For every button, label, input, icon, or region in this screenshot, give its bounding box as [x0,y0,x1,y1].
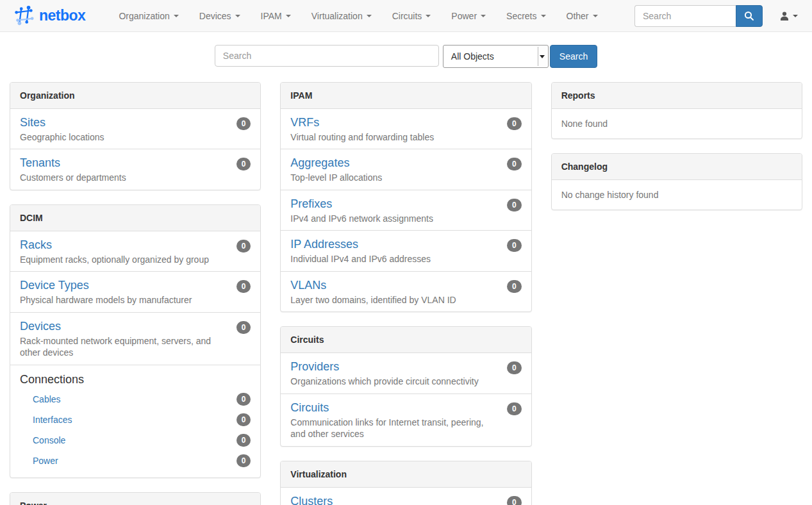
device-types-link[interactable]: Device Types [20,279,89,292]
count-badge: 0 [236,434,251,447]
panel-header: Reports [552,83,802,109]
nav-item-power[interactable]: Power [441,0,496,31]
devices-link[interactable]: Devices [20,320,61,333]
power-connections-link[interactable]: Power [33,456,58,466]
item-description: Physical hardware models by manufacturer [20,294,225,306]
connections-heading: Connections [10,370,260,389]
panel-circuits: Circuits Providers 0 Organizations which… [280,326,531,446]
sites-link[interactable]: Sites [20,116,46,129]
search-icon [744,11,754,21]
item-description: Rack-mounted network equipment, servers,… [20,335,225,359]
clusters-link[interactable]: Clusters [290,495,333,505]
count-badge: 0 [507,496,522,505]
user-icon [779,11,790,21]
list-item-ip-addresses: IP Addresses 0 Individual IPv4 and IPv6 … [281,230,531,270]
prefixes-link[interactable]: Prefixes [290,197,332,211]
navbar-search-group [634,5,763,27]
item-description: Communication links for Internet transit… [290,417,495,440]
ip-addresses-link[interactable]: IP Addresses [290,238,358,251]
count-badge: 0 [236,321,251,334]
list-item-racks: Racks 0 Equipment racks, optionally orga… [10,231,260,271]
chevron-down-icon [174,15,179,17]
interfaces-link[interactable]: Interfaces [33,415,72,425]
global-search-input[interactable] [215,45,439,67]
navbar-search-button[interactable] [736,5,763,27]
nav-item-circuits[interactable]: Circuits [382,0,442,31]
brand-name: netbox [39,7,85,24]
chevron-down-icon [367,15,372,17]
column-middle: IPAM VRFs 0 Virtual routing and forwardi… [280,82,531,505]
list-item-interfaces: Interfaces 0 [10,410,260,430]
list-item-device-types: Device Types 0 Physical hardware models … [10,271,260,311]
list-item-vrfs: VRFs 0 Virtual routing and forwarding ta… [281,109,531,149]
count-badge: 0 [507,158,522,170]
object-type-selected-value: All Objects [451,51,494,62]
count-badge: 0 [507,402,522,415]
panel-header: Virtualization [281,461,531,488]
chevron-down-icon [793,15,798,17]
navbar-search-input[interactable] [634,5,736,27]
list-item-power: Power 0 [10,451,260,471]
chevron-down-icon [593,15,598,17]
list-item-circuits: Circuits 0 Communication links for Inter… [281,393,531,446]
chevron-down-icon [541,15,546,17]
count-badge: 0 [507,199,522,211]
changelog-empty-message: No change history found [552,180,802,210]
panel-header: Circuits [281,327,531,353]
count-badge: 0 [507,117,522,130]
panel-header: DCIM [10,205,260,231]
cables-link[interactable]: Cables [33,394,61,404]
nav-item-organization[interactable]: Organization [108,0,188,31]
list-item-cables: Cables 0 [10,389,260,410]
list-item-vlans: VLANs 0 Layer two domains, identified by… [281,271,531,311]
netbox-brand[interactable]: netbox [8,0,90,31]
column-left: Organization Sites 0 Geographic location… [10,82,261,505]
item-description: IPv4 and IPv6 network assignments [290,213,495,224]
panel-header: IPAM [281,83,531,109]
object-type-select[interactable]: All Objects [443,45,549,68]
item-description: Organizations which provide circuit conn… [290,376,495,387]
nav-item-virtualization[interactable]: Virtualization [301,0,382,31]
panel-power: Power [10,492,261,505]
aggregates-link[interactable]: Aggregates [290,156,349,170]
racks-link[interactable]: Racks [20,238,52,252]
nav-item-secrets[interactable]: Secrets [496,0,556,31]
panel-header: Organization [10,83,260,109]
list-item-tenants: Tenants 0 Customers or departments [10,149,260,189]
count-badge: 0 [507,361,522,374]
vlans-link[interactable]: VLANs [290,279,326,292]
count-badge: 0 [507,280,522,293]
connections-section: Connections Cables 0 Interfaces 0 Consol… [10,365,260,477]
count-badge: 0 [236,454,251,467]
panel-ipam: IPAM VRFs 0 Virtual routing and forwardi… [280,82,531,312]
panel-reports: Reports None found [551,82,802,139]
item-description: Customers or departments [20,172,225,183]
global-search-bar: All Objects Search [0,45,812,68]
select-arrow-icon [538,47,547,66]
nav-item-other[interactable]: Other [556,0,608,31]
vrfs-link[interactable]: VRFs [290,116,319,129]
count-badge: 0 [236,413,251,426]
column-right: Reports None found Changelog No change h… [551,82,802,224]
panel-header: Changelog [552,154,802,180]
panel-virtualization: Virtualization Clusters 0 [280,461,531,505]
item-description: Individual IPv4 and IPv6 addresses [290,253,495,265]
providers-link[interactable]: Providers [290,360,339,374]
user-menu[interactable] [773,11,804,21]
dashboard-grid: Organization Sites 0 Geographic location… [0,82,812,505]
global-search-button[interactable]: Search [550,45,597,68]
chevron-down-icon [235,15,240,17]
tenants-link[interactable]: Tenants [20,156,60,170]
item-description: Layer two domains, identified by VLAN ID [290,294,495,306]
circuits-link[interactable]: Circuits [290,401,329,415]
chevron-down-icon [426,15,431,17]
item-description: Equipment racks, optionally organized by… [20,254,225,265]
nav-item-ipam[interactable]: IPAM [251,0,301,31]
console-link[interactable]: Console [33,435,65,445]
chevron-down-icon [481,15,486,17]
count-badge: 0 [236,117,251,130]
list-item-devices: Devices 0 Rack-mounted network equipment… [10,312,260,365]
nav-item-devices[interactable]: Devices [189,0,251,31]
list-item-console: Console 0 [10,430,260,451]
count-badge: 0 [507,239,522,252]
